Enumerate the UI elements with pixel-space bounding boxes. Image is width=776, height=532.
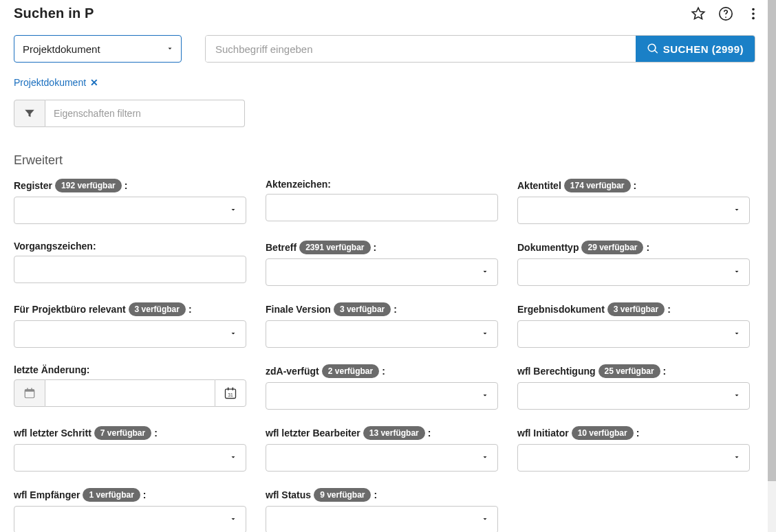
field-wfl_status: wfl Status9 verfügbar: xyxy=(266,488,498,532)
available-count-badge: 13 verfügbar xyxy=(363,426,425,440)
finale_version-dropdown[interactable] xyxy=(266,320,498,348)
chevron-down-icon xyxy=(229,204,237,217)
field-label-text: wfl Berechtigung xyxy=(517,366,596,377)
section-advanced-title: Erweitert xyxy=(14,153,768,168)
dokumenttyp-dropdown[interactable] xyxy=(517,258,750,286)
field-label-text: Register xyxy=(14,180,52,191)
wfl_berechtigung-dropdown[interactable] xyxy=(517,382,750,410)
available-count-badge: 3 verfügbar xyxy=(334,302,391,316)
field-wfl_initiator: wfl Initiator10 verfügbar: xyxy=(517,426,750,472)
filter-chip-label: Projektdokument xyxy=(14,77,86,88)
betreff-dropdown[interactable] xyxy=(266,258,498,286)
available-count-badge: 7 verfügbar xyxy=(94,426,151,440)
date-input[interactable] xyxy=(45,379,215,407)
projektbuero-dropdown[interactable] xyxy=(14,320,246,348)
svg-point-4 xyxy=(752,16,755,19)
document-type-select[interactable]: Projektdokument xyxy=(14,35,182,63)
field-label-text: Ergebnisdokument xyxy=(517,304,605,315)
field-projektbuero: Für Projektbüro relevant3 verfügbar: xyxy=(14,302,246,348)
field-wfl_letzter_bearbeiter: wfl letzter Bearbeiter13 verfügbar: xyxy=(266,426,498,472)
available-count-badge: 9 verfügbar xyxy=(314,488,371,502)
field-label-text: wfl letzter Bearbeiter xyxy=(266,428,360,439)
chevron-down-icon xyxy=(229,513,237,526)
field-aktenzeichen: Aktenzeichen: xyxy=(266,179,498,224)
available-count-badge: 2 verfügbar xyxy=(322,364,379,378)
field-label-text: letzte Änderung: xyxy=(14,364,89,375)
field-label: Register192 verfügbar: xyxy=(14,179,246,192)
field-label: wfl letzter Bearbeiter13 verfügbar: xyxy=(266,426,498,440)
field-label: Vorgangszeichen: xyxy=(14,241,246,252)
field-label-text: Für Projektbüro relevant xyxy=(14,304,126,315)
field-betreff: Betreff2391 verfügbar: xyxy=(266,241,498,286)
field-zda_verfuegt: zdA-verfügt2 verfügbar: xyxy=(266,364,498,410)
field-label-text: wfl Status xyxy=(266,489,311,500)
field-wfl_empfaenger: wfl Empfänger1 verfügbar: xyxy=(14,488,246,532)
wfl_status-dropdown[interactable] xyxy=(266,506,498,532)
field-wfl_berechtigung: wfl Berechtigung25 verfügbar: xyxy=(517,364,750,410)
svg-point-1 xyxy=(725,16,726,18)
calendar-icon[interactable] xyxy=(14,379,45,407)
aktenzeichen-input[interactable] xyxy=(266,194,498,221)
chevron-down-icon xyxy=(481,390,489,402)
scrollbar-thumb[interactable] xyxy=(768,0,776,481)
properties-filter-input[interactable] xyxy=(45,100,245,127)
field-label: wfl Berechtigung25 verfügbar: xyxy=(517,364,750,378)
field-label: Dokumenttyp29 verfügbar: xyxy=(517,241,750,254)
available-count-badge: 1 verfügbar xyxy=(83,488,140,502)
available-count-badge: 25 verfügbar xyxy=(599,364,660,378)
field-ergebnisdokument: Ergebnisdokument3 verfügbar: xyxy=(517,302,750,348)
wfl_empfaenger-dropdown[interactable] xyxy=(14,506,246,532)
more-menu-icon[interactable] xyxy=(746,6,761,21)
field-label-text: wfl Empfänger xyxy=(14,489,80,500)
field-label-text: Dokumenttyp xyxy=(517,242,579,253)
field-label-text: Betreff xyxy=(266,242,297,253)
field-label: Betreff2391 verfügbar: xyxy=(266,241,498,254)
vorgangszeichen-input[interactable] xyxy=(14,256,246,283)
search-input[interactable] xyxy=(206,36,636,62)
chevron-down-icon xyxy=(733,266,741,278)
filter-icon[interactable] xyxy=(14,100,45,127)
available-count-badge: 3 verfügbar xyxy=(607,302,665,316)
field-label: Aktenzeichen: xyxy=(266,179,498,190)
chevron-down-icon xyxy=(733,328,741,340)
wfl_letzter_schritt-dropdown[interactable] xyxy=(14,444,246,472)
chevron-down-icon xyxy=(481,452,489,464)
svg-rect-7 xyxy=(27,388,28,391)
scrollbar-track[interactable] xyxy=(768,0,776,532)
favorite-star-icon[interactable] xyxy=(691,6,706,21)
chevron-down-icon xyxy=(166,43,174,55)
search-box: SUCHEN (2999) xyxy=(205,35,755,63)
field-label-text: zdA-verfügt xyxy=(266,366,319,377)
search-button-label: SUCHEN (2999) xyxy=(663,43,744,55)
aktentitel-dropdown[interactable] xyxy=(517,197,750,224)
zda_verfuegt-dropdown[interactable] xyxy=(266,382,498,410)
filter-chip[interactable]: Projektdokument ✕ xyxy=(14,77,98,88)
field-aktentitel: Aktentitel174 verfügbar: xyxy=(517,179,750,224)
close-icon[interactable]: ✕ xyxy=(90,77,98,88)
field-label-text: Aktentitel xyxy=(517,180,561,191)
svg-rect-10 xyxy=(228,388,229,390)
register-dropdown[interactable] xyxy=(14,197,246,224)
field-label: wfl Initiator10 verfügbar: xyxy=(517,426,750,440)
chevron-down-icon xyxy=(481,513,489,526)
available-count-badge: 174 verfügbar xyxy=(564,179,631,192)
ergebnisdokument-dropdown[interactable] xyxy=(517,320,750,348)
svg-rect-8 xyxy=(31,388,32,391)
wfl_initiator-dropdown[interactable] xyxy=(517,444,750,472)
field-label-text: wfl letzter Schritt xyxy=(14,428,91,439)
field-label: Ergebnisdokument3 verfügbar: xyxy=(517,302,750,316)
field-label-text: Finale Version xyxy=(266,304,331,315)
available-count-badge: 29 verfügbar xyxy=(581,241,643,254)
chevron-down-icon xyxy=(481,266,489,278)
chevron-down-icon xyxy=(229,328,237,340)
search-button[interactable]: SUCHEN (2999) xyxy=(636,36,755,62)
calendar-picker-icon[interactable]: 31 xyxy=(215,379,246,407)
field-label: letzte Änderung: xyxy=(14,364,246,375)
field-register: Register192 verfügbar: xyxy=(14,179,246,224)
wfl_letzter_bearbeiter-dropdown[interactable] xyxy=(266,444,498,472)
field-label: Finale Version3 verfügbar: xyxy=(266,302,498,316)
available-count-badge: 192 verfügbar xyxy=(55,179,122,192)
help-icon[interactable] xyxy=(718,6,733,21)
field-wfl_letzter_schritt: wfl letzter Schritt7 verfügbar: xyxy=(14,426,246,472)
available-count-badge: 2391 verfügbar xyxy=(299,241,370,254)
